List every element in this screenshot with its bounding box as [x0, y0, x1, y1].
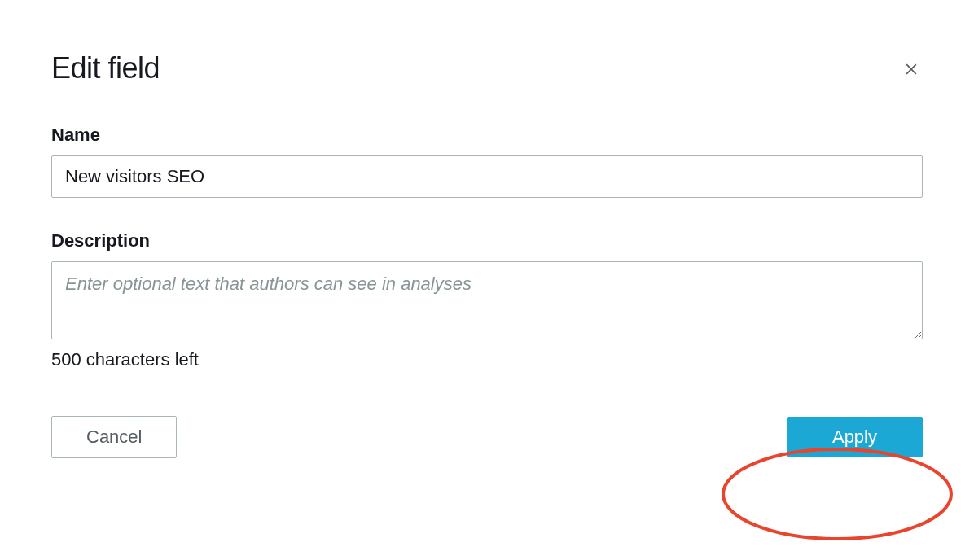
close-button[interactable] [900, 58, 923, 81]
name-label: Name [51, 125, 923, 146]
characters-left-text: 500 characters left [51, 349, 923, 370]
close-icon [903, 61, 919, 77]
cancel-button[interactable]: Cancel [51, 416, 177, 458]
description-field-group: Description 500 characters left [51, 230, 923, 370]
dialog-footer: Cancel Apply [51, 416, 923, 458]
description-label: Description [51, 230, 923, 252]
name-input[interactable] [51, 155, 923, 198]
apply-button[interactable]: Apply [787, 417, 923, 457]
svg-point-2 [723, 449, 951, 539]
name-field-group: Name [51, 125, 923, 198]
description-textarea[interactable] [51, 261, 923, 339]
dialog-title: Edit field [51, 51, 160, 85]
dialog-header: Edit field [51, 51, 923, 85]
annotation-ellipse [719, 445, 955, 543]
edit-field-dialog: Edit field Name Description 500 characte… [2, 2, 972, 558]
